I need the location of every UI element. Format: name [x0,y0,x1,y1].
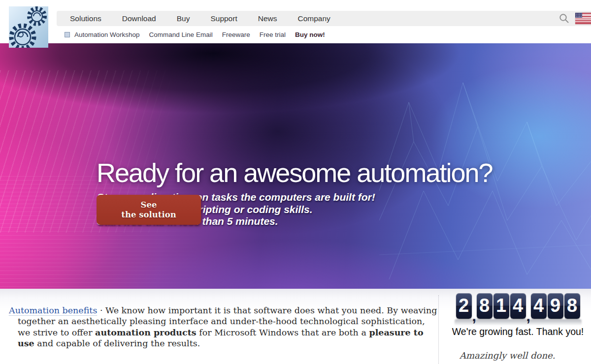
product-sub-navigation: Automation WorkshopCommand Line EmailFre… [57,27,591,42]
subnav-items: Automation WorkshopCommand Line EmailFre… [74,31,334,38]
subnav-item-automation-workshop[interactable]: Automation Workshop [74,31,140,38]
main-nav-items: SolutionsDownloadBuySupportNewsCompany [60,11,341,26]
subnav-item-freeware[interactable]: Freeware [222,31,250,38]
counter-digit: 4 [510,293,526,319]
testimonial-quote: Amazingly well done. Simple and intuitiv… [460,349,584,364]
content-section: Automation benefits · We know how import… [0,289,591,364]
bullet-square-icon [65,32,70,37]
automation-benefits-link[interactable]: Automation benefits [9,305,97,316]
hero-banner: Ready for an awesome automation? Stop sp… [0,43,591,289]
see-the-solution-button[interactable]: See the solution [97,195,201,225]
nav-item-news[interactable]: News [248,11,288,26]
nav-item-support[interactable]: Support [200,11,247,26]
benefits-bold-1: automation products [95,328,197,337]
counter-reflection [455,319,582,326]
cta-line-2: the solution [121,210,176,219]
counter-comma: , [526,313,530,320]
cta-line-1: See [141,200,157,210]
user-counter: 2,814,498 [445,293,591,319]
counter-comma: , [472,313,476,320]
gears-logo-icon [9,6,48,48]
subnav-item-free-trial[interactable]: Free trial [260,31,286,38]
nav-item-download[interactable]: Download [112,11,166,26]
nav-item-buy[interactable]: Buy [166,11,200,26]
nav-item-company[interactable]: Company [287,11,340,26]
subnav-item-command-line-email[interactable]: Command Line Email [149,31,213,38]
nav-item-solutions[interactable]: Solutions [60,11,112,26]
counter-digit: 8 [477,293,492,319]
counter-digit: 1 [493,293,509,319]
counter-digit: 9 [548,293,563,319]
header: SolutionsDownloadBuySupportNewsCompany A… [0,0,591,43]
subnav-item-buy-now[interactable]: Buy now! [295,31,325,38]
search-icon[interactable] [558,13,569,24]
counter-digit: 2 [456,293,472,319]
main-navigation-bar: SolutionsDownloadBuySupportNewsCompany [57,11,591,26]
counter-digit: 8 [564,293,580,319]
vertical-dotted-divider [438,295,439,364]
company-logo[interactable] [9,6,48,48]
benefits-text-2: for Microsoft Windows that are both a [197,328,369,337]
hero-heading: Ready for an awesome automation? [97,157,492,188]
separator-dot: · [97,305,105,315]
counter-column: 2,814,498 We're growing fast. Thank you!… [445,293,591,364]
benefits-paragraph: Automation benefits · We know how import… [9,305,439,349]
flag-canton [575,13,582,18]
counter-tagline: We're growing fast. Thank you! [445,326,591,337]
us-flag-icon[interactable] [575,13,591,24]
benefits-text-3: and capable of delivering the results. [34,338,200,348]
counter-digit: 4 [531,293,547,319]
